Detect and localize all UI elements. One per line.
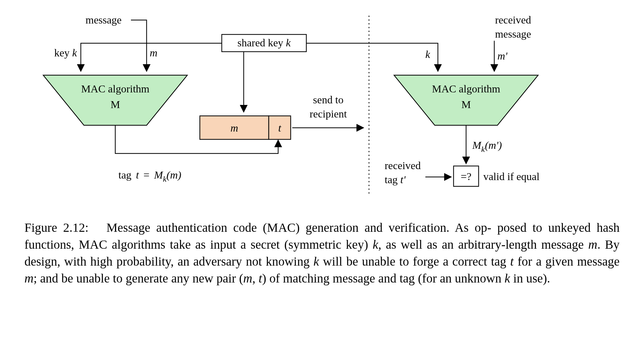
send-to-label: send to (313, 94, 343, 106)
cap-l5g: in use). (510, 271, 550, 285)
equals-check-label: =? (461, 171, 471, 182)
m-label-left: m (150, 47, 158, 59)
mac-algorithm-label-right: MAC algorithm (432, 83, 500, 95)
cap-k2: k (314, 254, 319, 268)
mprime-label: m' (497, 50, 508, 62)
cap-m1: m (588, 237, 597, 251)
key-k-label: key k (54, 47, 77, 59)
cap-l5c: , (252, 271, 259, 285)
mac-algorithm-label-left: MAC algorithm (81, 83, 149, 95)
cap-l4c: will be unable to forge a correct tag (319, 254, 510, 268)
received-tag-label1: received (385, 160, 421, 171)
cap-l5a: to generate any new pair ( (113, 271, 243, 285)
key-right-arrow (306, 43, 438, 70)
cap-t1: t (510, 254, 514, 268)
message-label: message (86, 14, 122, 26)
cap-k1: k (373, 237, 378, 251)
cap-l4a: not knowing (246, 254, 314, 268)
mac-M-label-left: M (111, 99, 120, 110)
received-tag-label2: tag t' (385, 174, 406, 185)
cap-l4g: ; and be unable (34, 271, 110, 285)
cap-k3: k (505, 271, 510, 285)
cap-l5e: ) of matching message and tag (for an un… (262, 271, 505, 285)
received-label: received (495, 14, 531, 26)
shared-key-label: shared key k (237, 37, 291, 49)
cap-l3b: , as well as an arbitrary-length message (378, 237, 588, 251)
message-to-m-arrow (131, 20, 147, 70)
t-box-label: t (278, 122, 282, 134)
recipient-label: recipient (310, 108, 347, 120)
figure-caption: Figure 2.12: Message authentication code… (24, 219, 620, 287)
mac-M-label-right: M (461, 99, 471, 110)
cap-l4e: for a given message (514, 254, 620, 268)
cap-m2: m (24, 271, 34, 285)
mk-mprime-label: Mk(m') (472, 139, 502, 154)
cap-m3: m (243, 271, 252, 285)
diagram-svg: shared key k message key k m MAC algorit… (24, 9, 620, 210)
cap-l1: Message authentication code (MAC) genera… (106, 220, 491, 235)
received-message-label: message (495, 28, 531, 40)
fig-number: Figure 2.12: (24, 220, 89, 235)
k-label-right: k (425, 49, 430, 60)
m-box-label: m (231, 122, 238, 134)
valid-label: valid if equal (483, 171, 539, 182)
mac-diagram: shared key k message key k m MAC algorit… (24, 9, 620, 210)
cap-t2: t (259, 271, 262, 285)
tag-equation: tag t = Mk(m) (118, 169, 181, 184)
